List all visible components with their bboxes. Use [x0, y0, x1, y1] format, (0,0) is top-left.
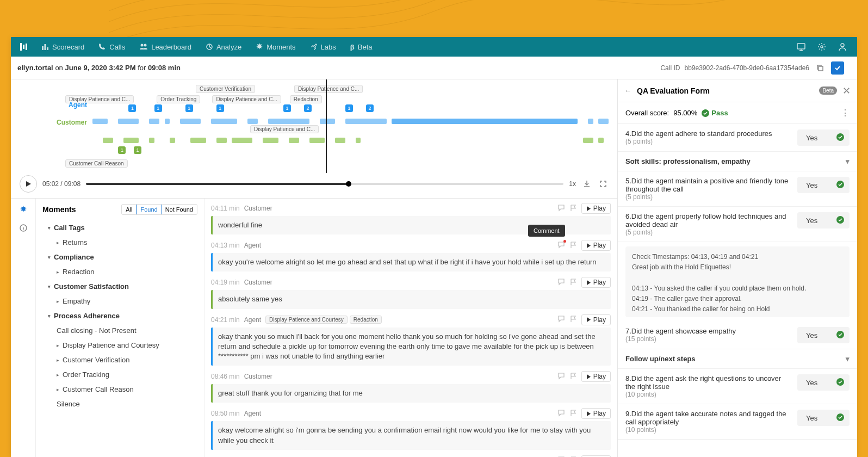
comment-icon[interactable] — [557, 204, 565, 213]
flag-icon[interactable] — [569, 409, 577, 418]
tree-item[interactable]: Call closing - Not Present — [42, 323, 197, 338]
download-icon[interactable] — [581, 178, 592, 189]
transcript-tag[interactable]: Redaction — [350, 316, 382, 324]
flag-icon[interactable] — [569, 278, 577, 287]
timeline-tag[interactable]: Order Tracking — [157, 95, 200, 103]
nav-calls[interactable]: Calls — [92, 37, 132, 57]
comment-icon[interactable]: Comment — [557, 241, 565, 250]
close-icon[interactable]: ✕ — [842, 85, 851, 97]
timeline-tag[interactable]: Redaction — [290, 95, 322, 103]
transcript-row: 04:21 minAgentDisplay Patience and Court… — [211, 314, 611, 366]
tree-item[interactable]: ▸Order Tracking — [42, 367, 197, 382]
tree-item[interactable]: ▸Customer Verification — [42, 353, 197, 367]
qa-title: QA Evaluation Form — [637, 87, 814, 95]
play-segment-button[interactable]: Play — [581, 240, 611, 251]
flag-icon[interactable] — [569, 315, 577, 324]
tree-item[interactable]: ▸Display Patience and Courtesy — [42, 338, 197, 353]
timeline-tag[interactable]: Display Patience and C... — [250, 125, 319, 133]
timeline-tag[interactable]: Display Patience and C... — [294, 85, 363, 93]
play-button[interactable] — [20, 175, 37, 193]
moments-rail-icon[interactable] — [17, 203, 30, 216]
svg-point-7 — [144, 44, 147, 47]
filter-tabs: All Found Not Found — [121, 204, 197, 215]
qa-question-row: 5.Did the agent maintain a positive and … — [618, 171, 857, 207]
timestamp: 08:50 min — [211, 410, 240, 417]
transcript-tag[interactable]: Display Patience and Courtesy — [265, 316, 348, 324]
timeline-tag[interactable]: Display Patience and C... — [212, 95, 281, 103]
tree-item[interactable]: Silence — [42, 397, 197, 411]
tree-item[interactable]: ▸Redaction — [42, 264, 197, 279]
check-icon[interactable] — [831, 61, 844, 75]
qa-question-row: 6.Did the agent properly follow hold tec… — [618, 207, 857, 242]
call-header: ellyn.tortal on June 9, 2020 3:42 PM for… — [11, 57, 857, 79]
qa-answer[interactable]: Yes — [797, 374, 850, 391]
qa-question-row: 8.Did the agent ask the right questions … — [618, 369, 857, 404]
kebab-icon[interactable]: ⋮ — [841, 108, 850, 118]
play-segment-button[interactable]: Play — [581, 277, 611, 288]
expand-icon[interactable] — [598, 178, 609, 189]
comment-icon[interactable] — [557, 372, 565, 381]
tree-item[interactable]: ▸Returns — [42, 235, 197, 250]
customer-track[interactable] — [92, 137, 609, 144]
app-window: Scorecard Calls Leaderboard Analyze Mome… — [11, 37, 857, 457]
filter-all[interactable]: All — [122, 205, 137, 214]
tree-item[interactable]: ▸Empathy — [42, 294, 197, 308]
comment-icon[interactable] — [557, 315, 565, 324]
flag-icon[interactable] — [569, 204, 577, 213]
left-column: Customer Verification Display Patience a… — [11, 79, 618, 457]
speaker: Agent — [244, 316, 261, 324]
user-icon[interactable] — [833, 37, 852, 57]
nav-scorecard[interactable]: Scorecard — [35, 37, 91, 57]
back-icon[interactable]: ← — [624, 87, 631, 95]
tree-item[interactable]: ▾Customer Satisfaction — [42, 279, 197, 294]
svg-point-11 — [841, 44, 844, 47]
playhead — [326, 79, 327, 173]
nav-analyze[interactable]: Analyze — [199, 37, 248, 57]
play-segment-button[interactable]: Play — [581, 371, 611, 382]
comment-icon[interactable] — [557, 278, 565, 287]
qa-answer[interactable]: Yes — [797, 212, 850, 228]
top-navbar: Scorecard Calls Leaderboard Analyze Mome… — [11, 37, 857, 57]
tree-item[interactable]: ▸Customer Call Reason — [42, 382, 197, 397]
comment-icon[interactable] — [557, 409, 565, 418]
copy-icon[interactable] — [814, 61, 827, 75]
gear-icon[interactable] — [813, 37, 831, 57]
transcript-row: 08:50 minAgentPlayokay welcome alright s… — [211, 408, 611, 449]
app-logo-icon[interactable] — [16, 42, 32, 52]
flag-icon[interactable] — [569, 372, 577, 381]
timeline-tag[interactable]: Customer Verification — [196, 85, 255, 93]
play-segment-button[interactable]: Play — [581, 408, 611, 419]
monitor-icon[interactable] — [792, 37, 810, 57]
play-segment-button[interactable]: Play — [581, 314, 611, 325]
tree-item[interactable]: ▾Call Tags — [42, 220, 197, 235]
timeline-labels: Agent Customer — [11, 101, 87, 136]
timeline-tag[interactable]: Customer Call Reason — [65, 159, 128, 168]
nav-beta[interactable]: βBeta — [344, 37, 379, 57]
nav-leaderboard[interactable]: Leaderboard — [133, 37, 198, 57]
qa-answer[interactable]: Yes — [797, 129, 850, 146]
play-segment-button[interactable]: Play — [581, 203, 611, 214]
flag-icon[interactable] — [569, 241, 577, 250]
speed-control[interactable]: 1x — [569, 180, 576, 188]
qa-question: 7.Did the agent showcase empathy(15 poin… — [625, 327, 792, 343]
qa-section-header[interactable]: Follow up/next steps▾ — [618, 349, 857, 369]
tree-item[interactable]: ▾Compliance — [42, 250, 197, 264]
nav-labs[interactable]: Labs — [303, 37, 343, 57]
qa-answer[interactable]: Yes — [797, 410, 850, 426]
qa-answer[interactable]: Yes — [797, 177, 850, 193]
svg-rect-9 — [797, 44, 805, 49]
speaker: Customer — [244, 373, 272, 380]
timestamp: 04:13 min — [211, 242, 240, 249]
nav-moments[interactable]: Moments — [249, 37, 302, 57]
customer-label: Customer — [11, 119, 87, 126]
progress-bar[interactable] — [86, 183, 563, 185]
info-rail-icon[interactable] — [17, 221, 30, 234]
tree-item[interactable]: ▾Process Adherence — [42, 308, 197, 323]
qa-answer[interactable]: Yes — [797, 327, 850, 343]
filter-notfound[interactable]: Not Found — [162, 205, 197, 214]
speaker: Agent — [244, 242, 261, 249]
agent-track[interactable] — [92, 118, 609, 125]
qa-section-header[interactable]: Soft skills: professionalism, empathy▾ — [618, 152, 857, 171]
filter-found[interactable]: Found — [136, 204, 162, 215]
svg-rect-0 — [20, 43, 22, 51]
